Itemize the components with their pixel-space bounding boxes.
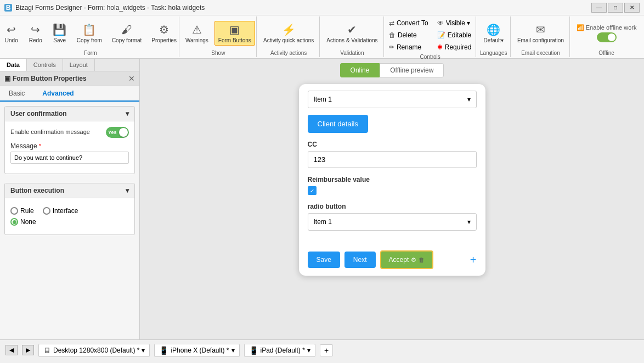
iphone-icon: 📱 bbox=[159, 346, 168, 355]
add-device-tab-button[interactable]: + bbox=[320, 344, 333, 356]
message-input[interactable] bbox=[10, 152, 129, 164]
item1-dropdown[interactable]: Item 1 ▾ bbox=[308, 91, 477, 108]
show-group-content: ⚠ Warnings ▣ Form Buttons bbox=[182, 18, 255, 49]
iphone-device-selector[interactable]: 📱 iPhone X (Default) * ▾ bbox=[154, 344, 239, 357]
form-next-button[interactable]: Next bbox=[344, 252, 376, 268]
desktop-label: Desktop 1280x800 (Default) * bbox=[53, 347, 139, 354]
collapse-icon-2[interactable]: ▾ bbox=[126, 187, 129, 194]
ribbon-group-email: ✉ Email configuration Email execution bbox=[512, 16, 570, 57]
activity-group-label: Activity actions bbox=[270, 50, 307, 56]
language-label: Default▾ bbox=[483, 37, 504, 43]
form-buttons-button[interactable]: ▣ Form Buttons bbox=[214, 21, 255, 46]
accept-label: Accept bbox=[389, 256, 409, 264]
ipad-label: iPad (Default) * bbox=[261, 347, 305, 354]
close-button[interactable]: ✕ bbox=[624, 3, 640, 13]
copy-format-label: Copy format bbox=[112, 37, 142, 43]
enable-confirmation-toggle[interactable]: Yes bbox=[106, 127, 129, 138]
rule-radio[interactable]: Rule bbox=[10, 207, 34, 215]
add-button[interactable]: + bbox=[470, 254, 477, 266]
radio-dropdown-value: Item 1 bbox=[314, 218, 332, 226]
default-language-button[interactable]: 🌐 Default▾ bbox=[479, 21, 507, 46]
nav-prev-button[interactable]: ◀ bbox=[5, 345, 18, 355]
copy-from-icon: 📋 bbox=[82, 23, 96, 36]
online-tab[interactable]: Online bbox=[340, 63, 380, 77]
app-title: Bizagi Forms Designer - Form: hola_widge… bbox=[15, 4, 205, 12]
basic-tab[interactable]: Basic bbox=[0, 86, 33, 100]
rename-label: Rename bbox=[397, 43, 421, 51]
form-accept-button[interactable]: Accept ⚙ 🗑 bbox=[380, 250, 434, 269]
save-button[interactable]: 💾 Save bbox=[49, 21, 71, 46]
status-bar: ◀ ▶ 🖥 Desktop 1280x800 (Default) * ▾ 📱 i… bbox=[0, 339, 644, 360]
rule-radio-circle bbox=[10, 207, 18, 215]
properties-button[interactable]: ⚙ Properties bbox=[148, 21, 180, 46]
message-label: Message * bbox=[10, 142, 129, 150]
ribbon-group-form: ↩ Undo ↪ Redo 💾 Save 📋 Copy from 🖌 bbox=[2, 16, 179, 57]
redo-button[interactable]: ↪ Redo bbox=[25, 21, 47, 46]
copy-format-icon: 🖌 bbox=[121, 24, 132, 36]
app-icon: B bbox=[4, 4, 12, 12]
radio-button-dropdown[interactable]: Item 1 ▾ bbox=[308, 213, 477, 231]
data-tab[interactable]: Data bbox=[0, 59, 27, 71]
rule-radio-label: Rule bbox=[20, 207, 34, 215]
editable-button[interactable]: 📝Editable bbox=[434, 30, 475, 41]
email-label: Email configuration bbox=[517, 37, 564, 43]
interface-radio[interactable]: Interface bbox=[43, 207, 78, 215]
delete-button[interactable]: 🗑Delete bbox=[386, 30, 432, 41]
copy-from-button[interactable]: 📋 Copy from bbox=[73, 21, 106, 46]
panel-close-button[interactable]: ✕ bbox=[128, 74, 135, 83]
rename-button[interactable]: ✏Rename bbox=[386, 42, 432, 53]
desktop-device-selector[interactable]: 🖥 Desktop 1280x800 (Default) * ▾ bbox=[38, 344, 150, 357]
user-confirmation-header: User confirmation ▾ bbox=[5, 107, 134, 121]
warnings-button[interactable]: ⚠ Warnings bbox=[182, 21, 212, 46]
none-radio[interactable]: None bbox=[10, 218, 36, 226]
reimbursable-checkbox-wrapper: ✓ bbox=[308, 186, 477, 195]
ribbon-group-languages: 🌐 Default▾ Languages bbox=[477, 16, 511, 57]
advanced-tab[interactable]: Advanced bbox=[33, 86, 82, 102]
message-row: Message * bbox=[10, 142, 129, 164]
ipad-chevron: ▾ bbox=[307, 347, 310, 354]
panel-header: ▣ Form Button Properties ✕ bbox=[0, 71, 139, 86]
toggle-yes-label: Yes bbox=[108, 130, 117, 135]
cc-input[interactable] bbox=[308, 151, 477, 168]
undo-button[interactable]: ↩ Undo bbox=[1, 21, 22, 46]
activity-quick-actions-button[interactable]: ⚡ Activity quick actions bbox=[259, 21, 318, 46]
layout-tab[interactable]: Layout bbox=[63, 59, 95, 71]
offline-group-content: 📶 Enable offline work bbox=[573, 18, 641, 49]
convert-to-button[interactable]: ⇄Convert To bbox=[386, 18, 432, 29]
email-icon: ✉ bbox=[536, 23, 545, 36]
nav-next-button[interactable]: ▶ bbox=[22, 345, 34, 355]
save-icon: 💾 bbox=[53, 23, 66, 36]
title-bar-left: B Bizagi Forms Designer - Form: hola_wid… bbox=[4, 4, 205, 12]
controls-tab[interactable]: Controls bbox=[27, 59, 63, 71]
languages-group-content: 🌐 Default▾ bbox=[479, 18, 507, 49]
interface-radio-label: Interface bbox=[53, 207, 78, 215]
warnings-icon: ⚠ bbox=[192, 23, 202, 36]
undo-icon: ↩ bbox=[7, 23, 16, 36]
language-icon: 🌐 bbox=[487, 23, 500, 36]
copy-format-button[interactable]: 🖌 Copy format bbox=[108, 21, 145, 46]
enable-offline-button[interactable]: 📶 Enable offline work bbox=[573, 22, 641, 44]
properties-icon: ⚙ bbox=[159, 23, 169, 36]
none-radio-dot bbox=[13, 220, 16, 224]
maximize-button[interactable]: □ bbox=[608, 3, 623, 13]
reimbursable-label: Reimbursable value bbox=[308, 176, 477, 183]
client-details-button[interactable]: Client details bbox=[308, 115, 368, 133]
email-configuration-button[interactable]: ✉ Email configuration bbox=[513, 21, 568, 46]
visible-button[interactable]: 👁Visible ▾ bbox=[434, 18, 475, 29]
accept-gear-icon: ⚙ bbox=[411, 256, 416, 264]
actions-validations-button[interactable]: ✔ Actions & Validations bbox=[323, 21, 381, 46]
copy-from-label: Copy from bbox=[77, 37, 102, 43]
ipad-device-selector[interactable]: 📱 iPad (Default) * ▾ bbox=[244, 344, 315, 357]
save-label: Save bbox=[53, 37, 66, 43]
view-tabs: Online Offline preview bbox=[340, 59, 444, 77]
enable-confirmation-label: Enable confirmation message bbox=[10, 129, 90, 135]
panel-header-title: ▣ Form Button Properties bbox=[4, 75, 87, 82]
reimbursable-checkbox[interactable]: ✓ bbox=[308, 186, 317, 195]
required-button[interactable]: ✱Required bbox=[434, 42, 475, 53]
collapse-icon[interactable]: ▾ bbox=[126, 110, 129, 118]
minimize-button[interactable]: — bbox=[591, 3, 607, 13]
offline-preview-tab[interactable]: Offline preview bbox=[380, 63, 444, 77]
ribbon-group-validation: ✔ Actions & Validations Validation bbox=[321, 16, 383, 57]
form-save-button[interactable]: Save bbox=[308, 252, 340, 268]
message-required-indicator: * bbox=[39, 143, 41, 149]
